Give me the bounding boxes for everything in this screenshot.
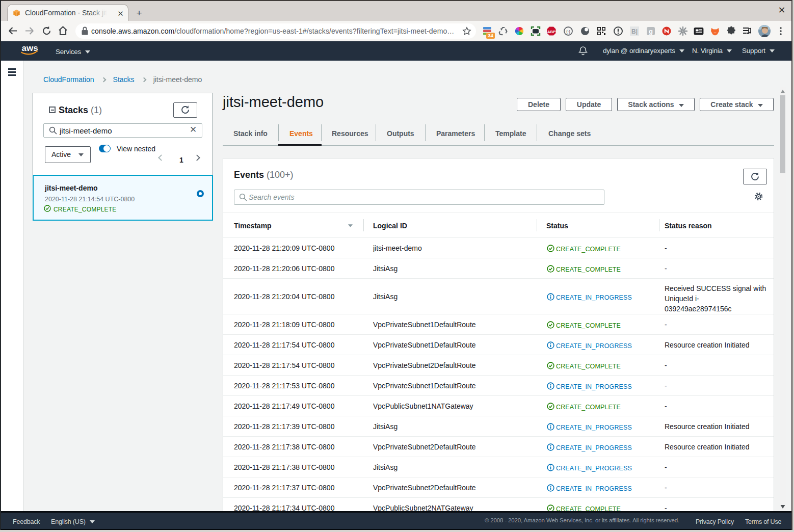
svg-text:g: g (649, 28, 653, 35)
svg-text:aws: aws (22, 43, 38, 53)
svg-text:{-}: {-} (566, 29, 570, 34)
svg-text:ABP: ABP (547, 30, 555, 34)
svg-text:B|: B| (631, 28, 638, 35)
